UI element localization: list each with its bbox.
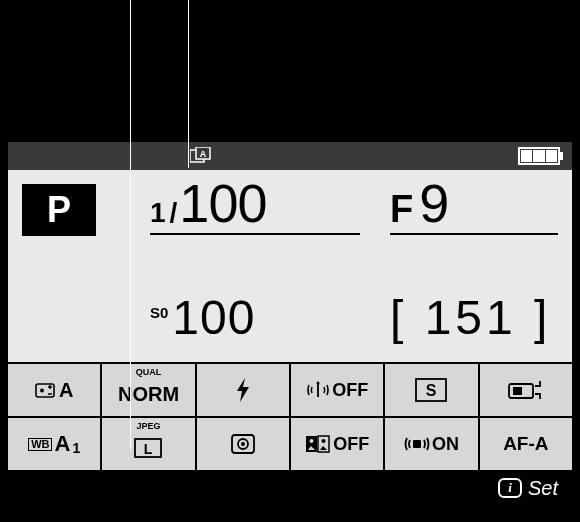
battery-icon [518, 147, 560, 165]
shutter-speed: 1 / 100 [150, 176, 360, 235]
vr-icon [404, 433, 430, 455]
picture-control-icon: A [190, 147, 218, 165]
svg-rect-3 [36, 384, 54, 397]
bracket-icon [507, 378, 545, 402]
svg-point-18 [310, 439, 314, 443]
vr-cell[interactable]: ON [385, 418, 477, 470]
iset-button[interactable]: i Set [498, 477, 558, 500]
af-area-cell[interactable]: S [385, 364, 477, 416]
white-balance-cell[interactable]: WB A1 [8, 418, 100, 470]
i-icon: i [498, 478, 522, 498]
svg-rect-10 [513, 387, 522, 395]
svg-text:A: A [200, 149, 207, 159]
iset-bar: i Set [8, 470, 572, 506]
shooting-mode: P [22, 184, 96, 236]
exposure-comp-icon [35, 381, 57, 399]
svg-point-15 [241, 442, 245, 446]
exposure-comp-cell[interactable]: A [8, 364, 100, 416]
iso-value: S0 100 [150, 290, 360, 345]
image-size-cell[interactable]: JPEG L [102, 418, 194, 470]
svg-point-6 [317, 382, 320, 385]
svg-point-19 [322, 439, 326, 443]
size-l-icon: L [133, 437, 163, 459]
settings-grid: A QUAL NORM [8, 364, 572, 470]
active-d-cell[interactable]: OFF [291, 418, 383, 470]
svg-rect-20 [413, 440, 421, 448]
flash-cell[interactable] [197, 364, 289, 416]
svg-text:L: L [144, 441, 153, 457]
svg-text:S: S [426, 382, 437, 399]
wireless-cell[interactable]: OFF [291, 364, 383, 416]
aperture: F 9 [390, 176, 558, 235]
flash-icon [232, 376, 254, 404]
main-display: P 1 / 100 F 9 S0 100 [ 151 ] [8, 170, 572, 364]
wb-icon: WB [28, 438, 52, 451]
svg-point-4 [40, 389, 44, 393]
status-bar: A [8, 142, 572, 170]
active-d-icon [305, 434, 331, 454]
shots-remaining: [ 151 ] [390, 290, 558, 345]
bracket-cell[interactable] [480, 364, 572, 416]
af-mode-cell[interactable]: AF-A [480, 418, 572, 470]
wireless-icon [306, 380, 330, 400]
image-quality-cell[interactable]: QUAL NORM [102, 364, 194, 416]
metering-cell[interactable] [197, 418, 289, 470]
metering-icon [228, 431, 258, 457]
af-area-icon: S [414, 377, 448, 403]
